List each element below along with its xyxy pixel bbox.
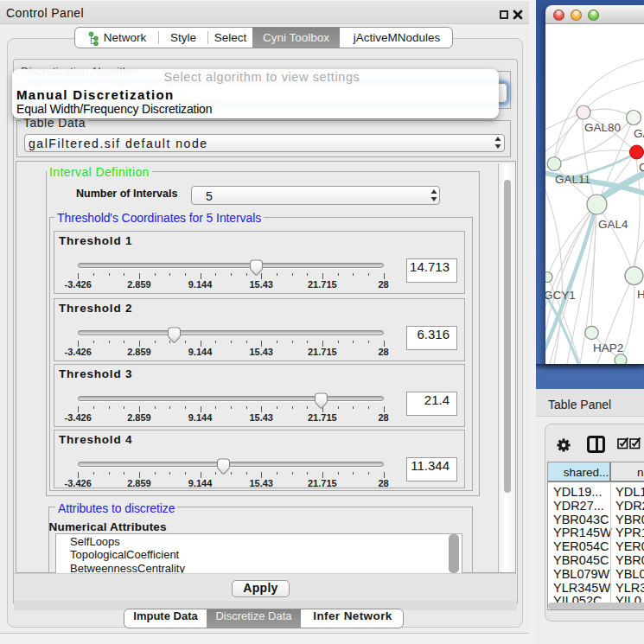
- svg-text:GAL4: GAL4: [598, 218, 628, 231]
- svg-text:HAP2: HAP2: [593, 341, 623, 354]
- svg-text:C: C: [639, 161, 644, 174]
- svg-text:GCY1: GCY1: [545, 289, 576, 302]
- svg-text:GAL3: GAL3: [634, 127, 644, 140]
- svg-text:GAL80: GAL80: [584, 121, 621, 134]
- svg-text:GAL11: GAL11: [555, 173, 590, 186]
- svg-text:H: H: [637, 288, 644, 301]
